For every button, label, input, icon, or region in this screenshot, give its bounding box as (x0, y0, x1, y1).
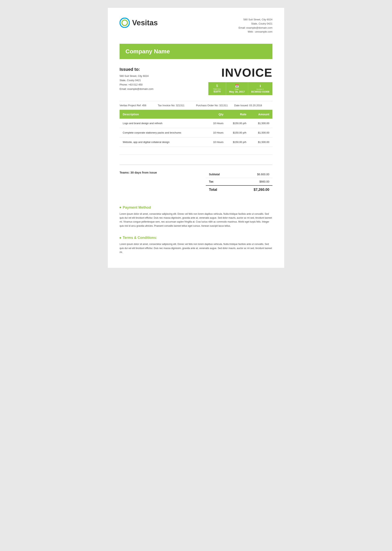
row3-rate: $150.00 p/h (227, 137, 250, 147)
row2-amount: $1,500.00 (250, 128, 273, 137)
date-badge: 📅 Date: May 18, 2017 (226, 82, 248, 95)
address-line1: 580 Suit Street, City 6024 (238, 18, 273, 22)
invoice-badges: $ Total Due: $1870 📅 Date: May 18, 2017 … (208, 82, 273, 95)
terms-bullet (119, 237, 121, 239)
issued-invoice-row: Issued to: 580 Suit Street, City 6024 St… (119, 67, 273, 95)
tax-label: Tax (209, 180, 213, 183)
payment-method-label: Payment Method (123, 205, 151, 210)
row1-rate: $150.00 p/h (227, 119, 250, 128)
row2-rate: $150.00 p/h (227, 128, 250, 137)
col-qty: Qty (204, 110, 227, 119)
project-ref: Veritas Project Ref: 456 (119, 104, 158, 107)
date-label: Date: (235, 88, 239, 90)
row3-description: Website, app and digitial collateral des… (119, 137, 204, 147)
row2-description: Complete corporate stationery packs and … (119, 128, 204, 137)
col-amount: Amount (250, 110, 273, 119)
tax-invoice: Tax Invoice No: 321311 (158, 104, 196, 107)
issued-to-section: Issued to: 580 Suit Street, City 6024 St… (119, 67, 208, 91)
terms-body: Lorem ipsum dolor sit amet, consectetur … (119, 242, 273, 254)
tax-value: $660.00 (259, 180, 269, 183)
company-banner: Company Name (119, 44, 273, 59)
total-due-label: Total Due: (213, 88, 221, 90)
total-value: $7,260.00 (254, 188, 269, 192)
info-row: Veritas Project Ref: 456 Tax Invoice No:… (119, 101, 273, 110)
invoice-num-badge: ℹ Invoice #: BCW032 01008 (248, 82, 273, 95)
row3-qty: 10 Hours (204, 137, 227, 147)
row1-qty: 10 Hours (204, 119, 227, 128)
payment-method-section: Payment Method Lorem ipsum dolor sit ame… (119, 205, 273, 228)
table-row: Complete corporate stationery packs and … (119, 128, 273, 137)
subtotal-row: Subtatal $6.600.00 (206, 171, 273, 178)
issued-phone: Phone: +63 012 450 (119, 83, 142, 86)
subtotal-value: $6.600.00 (257, 173, 269, 176)
invoice-page: Vesitas 580 Suit Street, City 6024 State… (108, 8, 284, 268)
date-issued: Date Issued: 03.20.2018 (234, 104, 273, 107)
total-due-badge: $ Total Due: $1870 (208, 82, 226, 95)
issued-to-label: Issued to: (119, 67, 208, 72)
logo-icon (119, 18, 130, 28)
row1-amount: $1,500.00 (250, 119, 273, 128)
issued-address2: State, Coutry 0421 (119, 79, 141, 82)
table-row: Logo and brand design and refresh 10 Hou… (119, 119, 273, 128)
svg-point-1 (122, 20, 127, 26)
table-header: Description Qty Rate Amount (119, 110, 273, 119)
payment-method-body: Lorem ipsum dolor sit amet, consectetur … (119, 212, 273, 228)
payment-bullet (119, 207, 121, 208)
invoice-num-value: BCW032 01008 (251, 90, 269, 93)
logo-name: Vesitas (132, 19, 158, 27)
invoice-right: INVOICE $ Total Due: $1870 📅 Date: May 1… (208, 67, 273, 95)
logo-area: Vesitas (119, 18, 158, 28)
tax-row: Tax $660.00 (206, 178, 273, 185)
col-description: Description (119, 110, 204, 119)
email-line: Email: example@domain.com (238, 26, 273, 30)
company-banner-name: Company Name (126, 48, 170, 55)
contact-info: 580 Suit Street, City 6024 State, Coutry… (238, 18, 273, 34)
invoice-title: INVOICE (208, 67, 273, 79)
invoice-table: Description Qty Rate Amount Logo and bra… (119, 110, 273, 162)
total-row: Total $7,260.00 (206, 185, 273, 194)
subtotal-label: Subtatal (209, 173, 220, 176)
terms-section: Terms & Conditions: Lorem ipsum dolor si… (119, 236, 273, 254)
issued-email: Email: example@domain.com (119, 87, 154, 90)
empty-row (119, 147, 273, 155)
table-body: Logo and brand design and refresh 10 Hou… (119, 119, 273, 162)
terms-label: Terms & Conditions: (123, 236, 157, 240)
svg-point-0 (120, 18, 129, 28)
row1-description: Logo and brand design and refresh (119, 119, 204, 128)
payment-method-title: Payment Method (119, 205, 273, 210)
terms-title: Terms & Conditions: (119, 236, 273, 240)
terms-payment-text: Teams: 30 days from issue (119, 171, 206, 174)
totals-table: Subtatal $6.600.00 Tax $660.00 Total $7,… (206, 171, 273, 194)
date-value: May 18, 2017 (229, 90, 245, 93)
header: Vesitas 580 Suit Street, City 6024 State… (119, 18, 273, 34)
empty-row (119, 155, 273, 162)
row3-amount: $1,500.00 (250, 137, 273, 147)
address-line2: State, Coutry 0421 (238, 22, 273, 26)
issued-address1: 580 Suit Street, City 6024 (119, 75, 148, 78)
row2-qty: 10 Hours (204, 128, 227, 137)
totals-section: Teams: 30 days from issue Subtatal $6.60… (119, 164, 273, 198)
total-due-value: $1870 (213, 90, 221, 93)
col-rate: Rate (227, 110, 250, 119)
invoice-num-label: Invoice #: (256, 88, 264, 90)
table-row: Website, app and digitial collateral des… (119, 137, 273, 147)
purchase-order: Purchass Order No: 321311 (196, 104, 234, 107)
calendar-icon: 📅 (235, 84, 239, 88)
web-line: Web : urexample.com (238, 30, 273, 34)
total-label: Total (209, 188, 217, 192)
dollar-icon: $ (216, 84, 218, 88)
info-icon: ℹ (260, 84, 261, 88)
